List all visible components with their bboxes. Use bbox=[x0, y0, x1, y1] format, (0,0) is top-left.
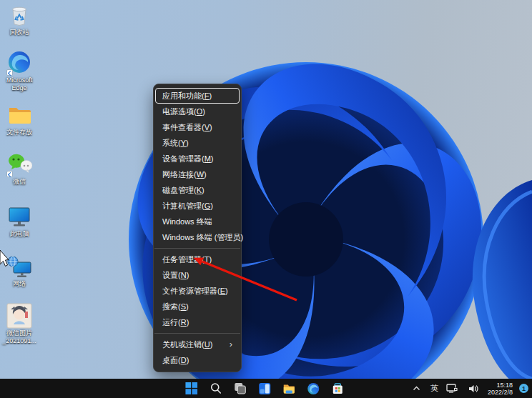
this-pc-icon bbox=[6, 204, 32, 229]
task-view-icon bbox=[234, 382, 246, 394]
microsoft-store-icon bbox=[331, 382, 344, 395]
shortcut-arrow-icon bbox=[6, 171, 13, 177]
desktop-icon-label: 回收站 bbox=[2, 29, 36, 36]
wechat-icon bbox=[6, 151, 32, 177]
edge-taskbar-button[interactable] bbox=[305, 381, 320, 396]
menu-item-desktop[interactable]: 桌面(D) bbox=[154, 352, 241, 368]
clock-date: 2022/2/8 bbox=[488, 389, 513, 396]
system-tray: 英 15:18 2022/2/8 1 bbox=[409, 379, 528, 398]
taskbar-center-icons bbox=[184, 381, 345, 396]
desktop-icon-label: 微信 bbox=[2, 178, 36, 186]
desktop-icon-wechat-image[interactable]: 微信图片 _2021091... bbox=[2, 303, 36, 344]
windows-desktop: 回收站 Microsoft Edge 文件存放 bbox=[0, 0, 532, 398]
desktop-icon-label: Microsoft Edge bbox=[2, 76, 36, 91]
menu-item-power-options[interactable]: 电源选项(O) bbox=[154, 104, 241, 119]
desktop-icon-microsoft-edge[interactable]: Microsoft Edge bbox=[2, 50, 36, 91]
task-view-button[interactable] bbox=[232, 381, 247, 396]
search-icon bbox=[210, 382, 222, 394]
widgets-button[interactable] bbox=[257, 381, 272, 396]
chevron-up-icon bbox=[413, 386, 420, 391]
desktop-icon-label: 此电脑 bbox=[2, 230, 36, 238]
menu-item-settings[interactable]: 设置(N) bbox=[154, 267, 241, 283]
desktop-icon-label: 网络 bbox=[2, 280, 36, 288]
file-explorer-icon bbox=[282, 382, 295, 395]
clock[interactable]: 15:18 2022/2/8 bbox=[488, 382, 513, 396]
microsoft-store-button[interactable] bbox=[330, 381, 345, 396]
desktop-icon-wechat[interactable]: 微信 bbox=[2, 151, 36, 186]
edge-icon bbox=[6, 50, 32, 76]
desktop-icon-label: 微信图片 _2021091... bbox=[2, 329, 36, 344]
winx-context-menu: 应用和功能(F) 电源选项(O) 事件查看器(V) 系统(Y) 设备管理器(M)… bbox=[153, 84, 242, 372]
menu-item-computer-management[interactable]: 计算机管理(G) bbox=[154, 198, 241, 214]
menu-item-task-manager[interactable]: 任务管理器(T) bbox=[154, 252, 241, 267]
widgets-icon bbox=[258, 382, 271, 395]
image-thumbnail bbox=[6, 303, 32, 329]
bloom-wallpaper-graphic bbox=[0, 0, 532, 398]
menu-item-run[interactable]: 运行(R) bbox=[154, 314, 241, 330]
clock-time: 15:18 bbox=[488, 382, 513, 389]
taskbar: 英 15:18 2022/2/8 1 bbox=[0, 379, 532, 398]
desktop-icon-label: 文件存放 bbox=[2, 129, 36, 136]
menu-separator bbox=[154, 333, 240, 334]
menu-item-device-manager[interactable]: 设备管理器(M) bbox=[154, 151, 241, 166]
volume-tray-button[interactable] bbox=[466, 381, 481, 396]
ethernet-icon bbox=[446, 384, 458, 393]
menu-item-system[interactable]: 系统(Y) bbox=[154, 135, 241, 151]
menu-item-search[interactable]: 搜索(S) bbox=[154, 299, 241, 314]
windows-logo-icon bbox=[185, 382, 197, 394]
menu-item-disk-management[interactable]: 磁盘管理(K) bbox=[154, 182, 241, 198]
tray-chevron-button[interactable] bbox=[409, 381, 424, 396]
menu-separator bbox=[154, 248, 240, 249]
menu-item-shutdown-signout[interactable]: 关机或注销(U) › bbox=[154, 337, 241, 352]
search-button[interactable] bbox=[208, 381, 223, 396]
menu-item-apps-features[interactable]: 应用和功能(F) bbox=[155, 88, 240, 104]
menu-item-file-explorer[interactable]: 文件资源管理器(E) bbox=[154, 283, 241, 299]
menu-item-windows-terminal-admin[interactable]: Windows 终端 (管理员) bbox=[154, 229, 241, 245]
menu-item-network-connections[interactable]: 网络连接(W) bbox=[154, 166, 241, 182]
ime-indicator[interactable]: 英 bbox=[430, 383, 438, 394]
file-explorer-button[interactable] bbox=[281, 381, 296, 396]
speaker-icon bbox=[468, 384, 478, 393]
network-icon bbox=[6, 254, 32, 279]
menu-item-event-viewer[interactable]: 事件查看器(V) bbox=[154, 119, 241, 135]
menu-item-windows-terminal[interactable]: Windows 终端 bbox=[154, 214, 241, 229]
desktop-icon-folder[interactable]: 文件存放 bbox=[2, 102, 36, 136]
notification-badge[interactable]: 1 bbox=[519, 384, 528, 393]
network-tray-button[interactable] bbox=[445, 381, 460, 396]
shortcut-arrow-icon bbox=[6, 69, 13, 76]
desktop-icon-recycle-bin[interactable]: 回收站 bbox=[2, 2, 36, 36]
submenu-chevron-icon: › bbox=[230, 337, 232, 352]
folder-icon bbox=[6, 102, 32, 128]
desktop-icon-network[interactable]: 网络 bbox=[2, 254, 36, 288]
recycle-bin-icon bbox=[6, 2, 32, 28]
start-button[interactable] bbox=[184, 381, 199, 396]
edge-icon bbox=[307, 382, 320, 395]
desktop-icon-this-pc[interactable]: 此电脑 bbox=[2, 204, 36, 238]
